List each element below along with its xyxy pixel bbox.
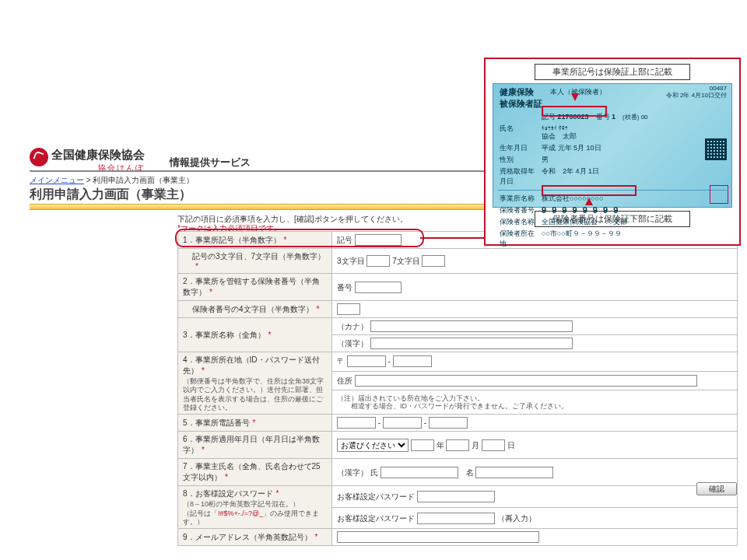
row2b-field (332, 301, 738, 318)
arrow-down-icon (571, 93, 579, 101)
row1-label: 1．事業所記号（半角数字）* (178, 232, 332, 249)
row2b-label: 保険者番号の4文字目（半角数字）* (178, 301, 332, 318)
row4-label: 4．事業所所在地（ID・パスワード送付先）* （郵便番号は半角数字で、住所は全角… (178, 352, 332, 415)
highlight-insno-icon (542, 185, 637, 196)
row3-kana: （カナ） (332, 318, 738, 335)
row9-field (332, 529, 738, 546)
day-input[interactable] (482, 439, 505, 451)
form-table: 1．事業所記号（半角数字）* 記号 記号の3文字目、7文字目（半角数字）* 3文… (177, 231, 738, 546)
row9-label: 9．メールアドレス（半角英数記号）* (178, 529, 332, 546)
card-title2: 被保険者証 (500, 99, 542, 108)
kigou-input[interactable] (355, 234, 402, 246)
address-input[interactable] (355, 375, 697, 387)
highlight-kigou-icon (542, 106, 607, 117)
kigou-7th-input[interactable] (422, 255, 445, 267)
row8-label: 8．お客様設定パスワード* （8～10桁の半角英数字記号混在。）（記号は「!#$… (178, 486, 332, 529)
tel3-input[interactable] (429, 417, 468, 429)
row1b-label: 記号の3文字目、7文字目（半角数字）* (178, 249, 332, 274)
row4-addr: 住所 (332, 371, 738, 390)
office-kanji-input[interactable] (370, 338, 573, 349)
card-top-right: 00487令和 2年 4月10日交付 (666, 86, 727, 100)
seal-icon (710, 185, 728, 204)
row6-label: 6．事業所適用年月日（年月日は半角数字）* (178, 432, 332, 459)
email-input[interactable] (337, 531, 539, 543)
insurer-no-input[interactable] (355, 282, 402, 293)
row8-pw1: お客様設定パスワード (332, 486, 738, 508)
row1b-field: 3文字目 7文字目 (332, 249, 738, 274)
office-kana-input[interactable] (370, 320, 573, 332)
row5-field: - - (332, 415, 738, 432)
month-input[interactable] (446, 439, 469, 451)
breadcrumb: メインメニュー > 利用申請入力画面（事業主） (30, 175, 194, 186)
givenname-input[interactable] (475, 467, 553, 478)
kigou-3rd-input[interactable] (366, 255, 390, 267)
row4-note: （注）届出されている所在地をご入力下さい。 相違する場合、ID・パスワードが発行… (332, 390, 738, 415)
row3-label: 3．事業所名称（全角）* (178, 318, 332, 352)
row7-field: （漢字） 氏 名 (332, 459, 738, 486)
password-confirm-input[interactable] (417, 513, 495, 524)
service-title: 情報提供サービス (170, 156, 251, 170)
breadcrumb-rest: > 利用申請入力画面（事業主） (84, 176, 194, 184)
callout-top-label: 事業所記号は保険証上部に記載 (535, 64, 690, 80)
password-input[interactable] (417, 491, 495, 502)
confirm-button[interactable]: 確認 (696, 482, 737, 495)
row8-pw2: お客様設定パスワード （再入力） (332, 507, 738, 529)
logo-icon (30, 148, 48, 166)
org-name: 全国健康保険協会 (51, 148, 145, 163)
tel1-input[interactable] (337, 417, 376, 429)
row4-zip: 〒 - (332, 352, 738, 372)
arrow-up-icon (585, 198, 593, 205)
row7-label: 7．事業主氏名（全角、氏名合わせて25文字以内）* (178, 459, 332, 486)
callout-box: 事業所記号は保険証上部に記載 健康保険 被保険者証 本人（被保険者） 00487… (484, 58, 741, 246)
zip2-input[interactable] (393, 355, 432, 367)
era-select[interactable]: お選びください (337, 439, 409, 452)
insurance-card: 健康保険 被保険者証 本人（被保険者） 00487令和 2年 4月10日交付 記… (493, 83, 732, 208)
card-title1: 健康保険 (500, 87, 534, 96)
breadcrumb-link[interactable]: メインメニュー (30, 176, 84, 184)
qr-icon (705, 138, 727, 160)
insurer-4th-input[interactable] (337, 303, 360, 315)
row6-field: お選びください 年 月 日 (332, 432, 738, 459)
row2-label: 2．事業所を管轄する保険者番号（半角数字）* (178, 274, 332, 301)
surname-input[interactable] (381, 467, 458, 478)
zip1-input[interactable] (347, 355, 386, 367)
page-title: 利用申請入力画面（事業主） (30, 187, 191, 203)
row3-kanji: （漢字） (332, 335, 738, 352)
tel2-input[interactable] (383, 417, 422, 429)
year-input[interactable] (411, 439, 434, 451)
note-line1: 下記の項目に必須事項を入力し、[確認]ボタンを押してください。 (177, 215, 408, 223)
row5-label: 5．事業所電話番号* (178, 415, 332, 432)
row2-field: 番号 (332, 274, 738, 301)
